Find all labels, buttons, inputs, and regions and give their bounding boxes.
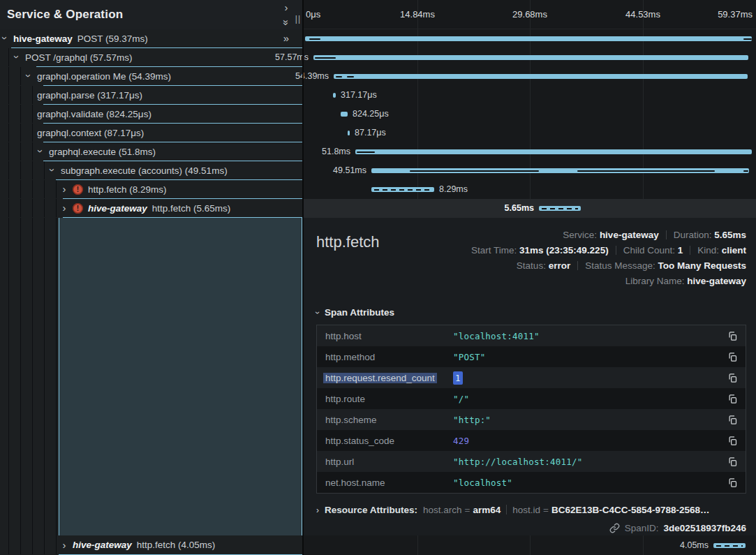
- indent-guide: [56, 535, 57, 554]
- span-duration-label: 49.51ms: [333, 165, 366, 175]
- span-bar[interactable]: [348, 131, 350, 135]
- chevron-down-icon[interactable]: ›: [1, 33, 8, 44]
- span-operation-label: graphql.validate (824.25μs): [37, 109, 151, 119]
- span-operation-label: POST /graphql (57.57ms): [25, 52, 133, 63]
- selected-span-expansion-block[interactable]: [59, 218, 302, 535]
- span-duration-label: 8.29ms: [439, 184, 468, 194]
- span-duration-label: 51.8ms: [322, 147, 350, 156]
- span-service-name: hive-gateway: [73, 540, 132, 550]
- indent-guide: [32, 86, 33, 104]
- copy-icon: [727, 415, 738, 425]
- span-bar[interactable]: [371, 187, 434, 192]
- tree-row[interactable]: ›graphql.execute (51.8ms): [0, 142, 302, 161]
- tree-row[interactable]: ›hive-gatewayPOST (59.37ms): [0, 29, 302, 48]
- span-bar[interactable]: [334, 74, 748, 79]
- overview-separator: [690, 246, 690, 255]
- tree-row[interactable]: graphql.parse (317.17μs): [0, 86, 302, 105]
- copy-button[interactable]: [719, 394, 746, 404]
- overview-separator: [577, 261, 578, 270]
- copy-button[interactable]: [719, 457, 746, 467]
- span-bar[interactable]: [713, 543, 746, 548]
- chevron-down-icon[interactable]: ›: [37, 146, 44, 157]
- tree-row[interactable]: graphql.validate (824.25μs): [0, 105, 302, 124]
- chevron-right-icon[interactable]: ›: [61, 202, 68, 214]
- overview-value: error: [549, 260, 571, 271]
- chevron-down-icon[interactable]: ›: [49, 165, 56, 176]
- indent-guide: [8, 48, 9, 66]
- attribute-value: "/": [453, 394, 719, 404]
- span-bar[interactable]: [355, 149, 752, 154]
- double-chevron-down-icon: »: [281, 20, 292, 25]
- chevron-down-icon[interactable]: ›: [25, 71, 32, 82]
- span-operation-label: POST (59.37ms): [77, 34, 148, 44]
- timeline-row: 87.17μs: [304, 124, 756, 142]
- span-attributes-table: http.host"localhost:4011"http.method"POS…: [316, 325, 746, 494]
- child-marks: [716, 545, 743, 547]
- indent-guide: [8, 161, 9, 179]
- indent-guide: [8, 180, 9, 198]
- child-marks: [374, 189, 431, 191]
- overview-value: client: [722, 245, 746, 256]
- overview-value: 5.65ms: [714, 230, 746, 240]
- tree-row[interactable]: ›graphql.operation Me (54.39ms): [0, 67, 302, 86]
- copy-button[interactable]: [719, 415, 746, 425]
- panel-divider[interactable]: [302, 0, 304, 555]
- child-span-mark: [309, 38, 320, 40]
- copy-icon: [727, 352, 738, 362]
- timeline-row: 5.65ms: [304, 199, 756, 218]
- chevron-right-icon[interactable]: ›: [61, 540, 68, 551]
- span-bar[interactable]: [333, 93, 336, 98]
- resource-attributes-row[interactable]: › Resource Attributes: host.arch=arm64ho…: [316, 505, 746, 515]
- chevron-down-icon: ›: [12, 55, 22, 59]
- indent-guide: [56, 218, 57, 535]
- timeline-row: [304, 29, 756, 48]
- trace-viewer: Service & Operation ››»» || ›hive-gatewa…: [0, 0, 756, 555]
- overview-value: hive-gateway: [687, 276, 746, 286]
- chevron-down-icon[interactable]: ›: [13, 52, 20, 63]
- tree-row[interactable]: ›subgraph.execute (accounts) (49.51ms): [0, 161, 302, 180]
- panel-resize-handle[interactable]: ||: [295, 14, 301, 24]
- overview-value: 31ms (23:35:49.225): [519, 245, 609, 256]
- copy-button[interactable]: [719, 478, 746, 488]
- chevron-right-icon: ›: [63, 202, 66, 213]
- indent-guide: [8, 105, 9, 123]
- span-bar[interactable]: [313, 55, 748, 60]
- chevron-right-icon: ›: [316, 506, 319, 515]
- timeline-row: 57.57ms: [304, 48, 756, 67]
- span-bar[interactable]: [539, 206, 581, 211]
- chevron-right-icon[interactable]: ›: [61, 184, 68, 195]
- timeline-row: 51.8ms: [304, 142, 756, 161]
- tree-row[interactable]: ›POST /graphql (57.57ms): [0, 48, 302, 67]
- indent-guide: [56, 199, 57, 217]
- span-operation-label: graphql.execute (51.8ms): [49, 147, 156, 157]
- attribute-row: net.host.name"localhost": [317, 472, 746, 493]
- tree-row[interactable]: ›!http.fetch (8.29ms): [0, 180, 302, 199]
- timeline-row: 317.17μs: [304, 86, 756, 105]
- attribute-value: 1: [453, 373, 719, 383]
- span-duration-label: 5.65ms: [505, 203, 534, 213]
- tree-row-bottom[interactable]: ›hive-gatewayhttp.fetch (4.05ms): [0, 535, 302, 555]
- copy-icon: [727, 436, 738, 446]
- tree-row-selected[interactable]: ›!hive-gatewayhttp.fetch (5.65ms): [0, 199, 302, 218]
- indent-guide: [8, 67, 9, 85]
- child-span-mark: [743, 170, 748, 172]
- expand-one-icon[interactable]: ›: [279, 0, 294, 15]
- collapse-all-icon[interactable]: »: [279, 15, 294, 30]
- indent-guide: [44, 180, 45, 198]
- copy-button[interactable]: [719, 373, 746, 383]
- overview-label: Start Time:: [471, 245, 519, 256]
- link-icon[interactable]: [609, 523, 620, 533]
- timeline-row: 8.29ms: [304, 180, 756, 199]
- error-icon: !: [73, 203, 83, 214]
- span-bar[interactable]: [305, 36, 752, 41]
- tree-row[interactable]: graphql.context (87.17μs): [0, 124, 302, 142]
- copy-icon: [727, 373, 738, 383]
- span-bar[interactable]: [341, 112, 348, 117]
- span-attributes-header[interactable]: › Span Attributes: [316, 307, 746, 318]
- copy-button[interactable]: [719, 436, 746, 446]
- copy-button[interactable]: [719, 331, 746, 341]
- attribute-key: http.request.resend_count: [317, 373, 453, 383]
- timeline-row-bottom[interactable]: 4.05ms: [304, 535, 756, 555]
- copy-button[interactable]: [719, 352, 746, 362]
- span-duration-label: 4.05ms: [680, 540, 709, 550]
